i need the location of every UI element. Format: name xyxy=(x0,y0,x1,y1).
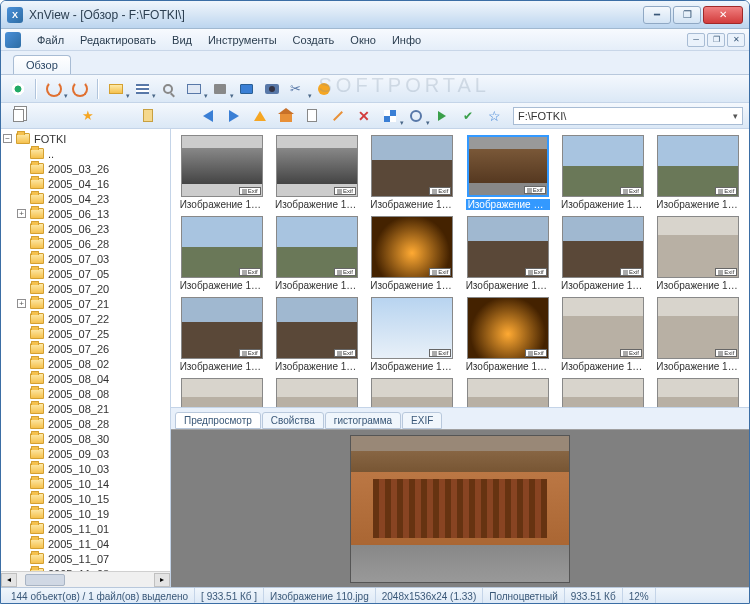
thumbnail-area[interactable]: ExifИзображение 10...ExifИзображение 10.… xyxy=(171,129,749,407)
scroll-left-button[interactable]: ◂ xyxy=(1,573,17,587)
copy-button[interactable] xyxy=(7,105,29,127)
menu-create[interactable]: Создать xyxy=(285,32,343,48)
tree-folder-item[interactable]: +2005_09_03 xyxy=(1,446,170,461)
tree-folder-item[interactable]: +2005_08_30 xyxy=(1,431,170,446)
thumbnail-item[interactable]: ExifИзображение 12... xyxy=(175,295,268,374)
thumbnail-item[interactable]: ExifИзображение 12... xyxy=(652,295,745,374)
thumbnail-image[interactable]: Exif xyxy=(467,378,549,407)
paste-button[interactable] xyxy=(137,105,159,127)
mdi-close-button[interactable]: ✕ xyxy=(727,33,745,47)
tree-updir-item[interactable]: +.. xyxy=(1,146,170,161)
thumbnail-image[interactable]: Exif xyxy=(657,378,739,407)
thumbnail-item[interactable]: ExifИзображение 10... xyxy=(175,133,268,212)
play-button[interactable] xyxy=(431,105,453,127)
tree-folder-item[interactable]: +2005_11_07 xyxy=(1,551,170,566)
thumbnail-item[interactable]: ExifИзображение 10... xyxy=(270,133,363,212)
tab-histogram[interactable]: гистограмма xyxy=(325,412,401,429)
thumbnail-image[interactable]: Exif xyxy=(181,216,263,278)
menu-edit[interactable]: Редактировать xyxy=(72,32,164,48)
screen-button[interactable] xyxy=(235,78,257,100)
cut-button[interactable]: ✂ xyxy=(287,78,309,100)
thumbnail-item[interactable]: ExifИзображение 11... xyxy=(556,214,649,293)
tree-folder-item[interactable]: +2005_10_03 xyxy=(1,461,170,476)
find-button[interactable] xyxy=(157,78,179,100)
tree-folder-item[interactable]: +2005_07_21 xyxy=(1,296,170,311)
refresh-alt-button[interactable] xyxy=(69,78,91,100)
thumbnail-item[interactable]: ExifИзображение 11... xyxy=(556,133,649,212)
thumbnail-item[interactable]: ExifИзображение 11... xyxy=(270,214,363,293)
thumbnail-image[interactable]: Exif xyxy=(562,378,644,407)
tree-folder-item[interactable]: +2005_11_04 xyxy=(1,536,170,551)
refresh-button[interactable] xyxy=(43,78,65,100)
menu-window[interactable]: Окно xyxy=(342,32,384,48)
thumbnail-item[interactable]: ExifИзображение 12... xyxy=(556,376,649,407)
scroll-right-button[interactable]: ▸ xyxy=(154,573,170,587)
thumbnail-item[interactable]: ExifИзображение 12... xyxy=(175,376,268,407)
thumbnail-image[interactable]: Exif xyxy=(276,135,358,197)
tree-horizontal-scrollbar[interactable]: ◂ ▸ xyxy=(1,571,170,587)
thumbnail-item[interactable]: ExifИзображение 12... xyxy=(366,376,459,407)
tree-folder-item[interactable]: +2005_07_05 xyxy=(1,266,170,281)
nav-home-button[interactable] xyxy=(275,105,297,127)
thumbnail-item[interactable]: ExifИзображение 12... xyxy=(270,376,363,407)
address-bar[interactable]: F:\FOTKI\ xyxy=(513,107,743,125)
nav-back-button[interactable] xyxy=(197,105,219,127)
thumbnail-image[interactable]: Exif xyxy=(181,378,263,407)
tree-folder-item[interactable]: +2005_07_20 xyxy=(1,281,170,296)
delete-button[interactable]: ✕ xyxy=(353,105,375,127)
thumbnail-item[interactable]: ExifИзображение 12... xyxy=(366,295,459,374)
thumbnails-button[interactable] xyxy=(379,105,401,127)
thumbnail-item[interactable]: ExifИзображение 11... xyxy=(652,133,745,212)
mdi-minimize-button[interactable]: ─ xyxy=(687,33,705,47)
new-doc-button[interactable] xyxy=(301,105,323,127)
menu-file[interactable]: Файл xyxy=(29,32,72,48)
settings-button[interactable] xyxy=(313,78,335,100)
tree-folder-item[interactable]: +2005_11_01 xyxy=(1,521,170,536)
open-button[interactable] xyxy=(105,78,127,100)
tree-folder-item[interactable]: +2005_06_23 xyxy=(1,221,170,236)
tree-folder-item[interactable]: +2005_07_25 xyxy=(1,326,170,341)
thumbnail-image[interactable]: Exif xyxy=(467,297,549,359)
thumbnail-item[interactable]: ExifИзображение 12... xyxy=(461,376,554,407)
tree-folder-item[interactable]: +2005_08_02 xyxy=(1,356,170,371)
tab-properties[interactable]: Свойства xyxy=(262,412,324,429)
thumbnail-image[interactable]: Exif xyxy=(657,297,739,359)
thumbnail-image[interactable]: Exif xyxy=(276,378,358,407)
tree-folder-item[interactable]: +2005_08_21 xyxy=(1,401,170,416)
mdi-restore-button[interactable]: ❐ xyxy=(707,33,725,47)
tree-folder-item[interactable]: +2005_10_15 xyxy=(1,491,170,506)
thumbnail-item[interactable]: ExifИзображение 12... xyxy=(270,295,363,374)
window-close-button[interactable]: ✕ xyxy=(703,6,743,24)
tree-folder-item[interactable]: +2005_10_19 xyxy=(1,506,170,521)
view-mode-button[interactable] xyxy=(131,78,153,100)
thumbnail-image[interactable]: Exif xyxy=(562,216,644,278)
favorite-button[interactable]: ★ xyxy=(77,105,99,127)
nav-up-button[interactable] xyxy=(249,105,271,127)
thumbnail-image[interactable]: Exif xyxy=(371,297,453,359)
tree-root-item[interactable]: −FOTKI xyxy=(1,131,170,146)
thumbnail-image[interactable]: Exif xyxy=(371,135,453,197)
tab-exif[interactable]: EXIF xyxy=(402,412,442,429)
thumbnail-image[interactable]: Exif xyxy=(276,297,358,359)
thumbnail-image[interactable]: Exif xyxy=(276,216,358,278)
menu-tools[interactable]: Инструменты xyxy=(200,32,285,48)
thumbnail-item[interactable]: ExifИзображение 11... xyxy=(461,214,554,293)
thumbnail-image[interactable]: Exif xyxy=(562,135,644,197)
tree-folder-item[interactable]: +2005_06_13 xyxy=(1,206,170,221)
thumbnail-item[interactable]: ExifИзображение 12... xyxy=(652,376,745,407)
thumbnail-image[interactable]: Exif xyxy=(657,135,739,197)
thumbnail-item[interactable]: ExifИзображение 12... xyxy=(461,295,554,374)
folder-tree[interactable]: −FOTKI+..+2005_03_26+2005_04_16+2005_04_… xyxy=(1,129,170,571)
thumbnail-image[interactable]: Exif xyxy=(371,216,453,278)
edit-button[interactable] xyxy=(327,105,349,127)
thumbnail-item[interactable]: ExifИзображение 11... xyxy=(461,133,554,212)
tree-folder-item[interactable]: +2005_07_22 xyxy=(1,311,170,326)
menu-info[interactable]: Инфо xyxy=(384,32,429,48)
thumbnail-item[interactable]: ExifИзображение 11... xyxy=(175,214,268,293)
capture-button[interactable] xyxy=(261,78,283,100)
preview-image[interactable] xyxy=(350,435,570,583)
tree-folder-item[interactable]: +2005_04_23 xyxy=(1,191,170,206)
thumbnail-image[interactable]: Exif xyxy=(467,216,549,278)
tree-folder-item[interactable]: +2005_07_03 xyxy=(1,251,170,266)
thumbnail-image[interactable]: Exif xyxy=(657,216,739,278)
